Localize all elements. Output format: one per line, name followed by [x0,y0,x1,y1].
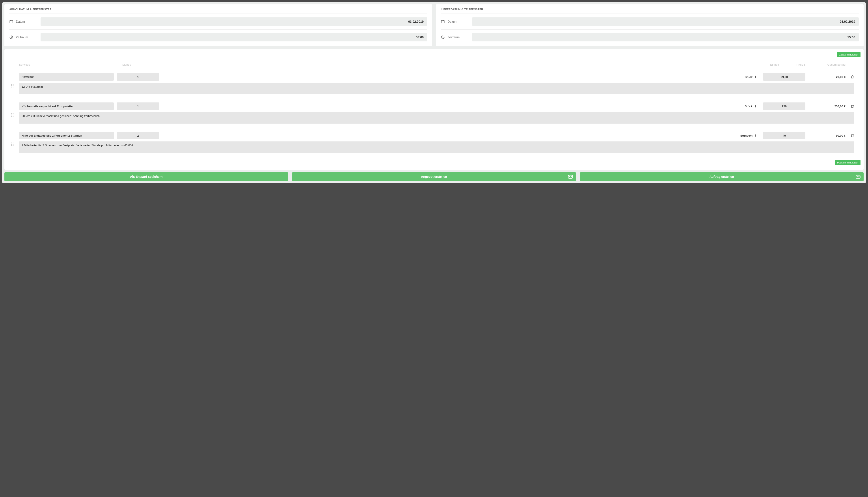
description-input[interactable]: 200cm x 300cm verpackt und gesichert, Ac… [19,112,854,124]
mail-icon [855,174,861,180]
delivery-date-input[interactable] [472,17,859,26]
create-offer-label: Angebot erstellen [421,175,447,179]
calendar-icon [441,19,445,24]
unit-select[interactable]: Stunde/n ▲▼ [732,134,756,137]
pickup-date-label: Datum [16,20,38,23]
delivery-time-label: Zeitraum [447,36,470,39]
delivery-time-row: Zeitraum [441,33,859,41]
add-extras-button[interactable]: Extras hinzufügen [837,52,860,57]
price-input[interactable] [763,102,806,110]
trash-icon [850,75,854,79]
position-row: Position hinzufügen [8,160,860,165]
sort-icon: ▲▼ [754,105,756,108]
create-order-label: Auftrag erstellen [710,175,734,179]
quantity-input[interactable] [117,132,159,139]
save-draft-button[interactable]: Als Entwurf speichern [4,172,288,181]
date-cards-row: ABHOLDATUM & ZEITFENSTER Datum Zeitraum … [4,4,864,46]
services-card: Extras hinzufügen Services Menge Einheit… [4,49,864,170]
delivery-title: LIEFERDATUM & ZEITFENSTER [441,8,859,13]
sort-icon: ▲▼ [754,134,756,137]
bottom-actions: Als Entwurf speichern Angebot erstellen … [4,172,864,183]
unit-value: Stunde/n [740,134,753,137]
service-name-input[interactable] [19,132,114,139]
svg-rect-5 [856,175,860,179]
table-row: •••••• Stück ▲▼ 250,00 € 200cm x 300cm [19,102,854,128]
price-input[interactable] [763,73,806,81]
delete-row-button[interactable] [845,104,854,108]
delivery-date-row: Datum [441,17,859,26]
row-total: 90,00 € [808,134,845,137]
sort-icon: ▲▼ [754,75,756,78]
pickup-card: ABHOLDATUM & ZEITFENSTER Datum Zeitraum [4,4,432,46]
svg-rect-4 [568,175,573,179]
th-price: Preis € [781,63,806,66]
pickup-time-row: Zeitraum [9,33,427,41]
trash-icon [850,133,854,138]
delete-row-button[interactable] [845,133,854,138]
save-draft-label: Als Entwurf speichern [130,175,163,179]
service-name-input[interactable] [19,102,114,110]
service-name-input[interactable] [19,73,114,81]
th-qty: Menge [117,63,137,66]
mail-icon [568,174,573,180]
price-input[interactable] [763,132,806,139]
calendar-icon [9,19,13,24]
unit-value: Stück [745,75,753,79]
th-services: Services [19,63,114,66]
description-input[interactable]: 12 Uhr Fixtermin [19,83,854,94]
table-header-row: Services Menge Einheit Preis € Gesamtbet… [19,61,854,70]
create-order-button[interactable]: Auftrag erstellen [580,172,864,181]
clock-icon [441,35,445,39]
th-total: Gesamtbetrag [808,63,845,66]
delivery-date-label: Datum [447,20,470,23]
row-total: 250,00 € [808,105,845,108]
pickup-time-input[interactable] [41,33,427,41]
row-total: 29,00 € [808,75,845,79]
unit-select[interactable]: Stück ▲▼ [732,105,756,108]
description-input[interactable]: 2 Mitarbeiter für 2 Stunden zum Festprei… [19,141,854,153]
delivery-card: LIEFERDATUM & ZEITFENSTER Datum Zeitraum [436,4,864,46]
services-table: Services Menge Einheit Preis € Gesamtbet… [8,61,860,157]
extras-row: Extras hinzufügen [8,52,860,57]
add-position-button[interactable]: Position hinzufügen [835,160,860,165]
svg-rect-2 [441,20,444,23]
quantity-input[interactable] [117,102,159,110]
app-frame: ABHOLDATUM & ZEITFENSTER Datum Zeitraum … [2,2,866,183]
table-row: •••••• Stück ▲▼ 29,00 € 12 Uhr Fixtermi [19,73,854,99]
pickup-date-input[interactable] [41,17,427,26]
unit-select[interactable]: Stück ▲▼ [732,75,756,79]
pickup-time-label: Zeitraum [16,36,38,39]
delivery-time-input[interactable] [472,33,859,41]
th-unit: Einheit [755,63,779,66]
unit-value: Stück [745,105,753,108]
drag-handle-icon[interactable]: •••••• [11,84,15,88]
create-offer-button[interactable]: Angebot erstellen [292,172,576,181]
table-row: •••••• Stunde/n ▲▼ 90,00 € 2 Mitarbeite [19,131,854,157]
pickup-title: ABHOLDATUM & ZEITFENSTER [9,8,427,13]
drag-handle-icon[interactable]: •••••• [11,113,15,117]
pickup-date-row: Datum [9,17,427,26]
drag-handle-icon[interactable]: •••••• [11,142,15,146]
quantity-input[interactable] [117,73,159,81]
trash-icon [850,104,854,108]
clock-icon [9,35,13,39]
svg-rect-0 [10,20,13,23]
delete-row-button[interactable] [845,75,854,79]
